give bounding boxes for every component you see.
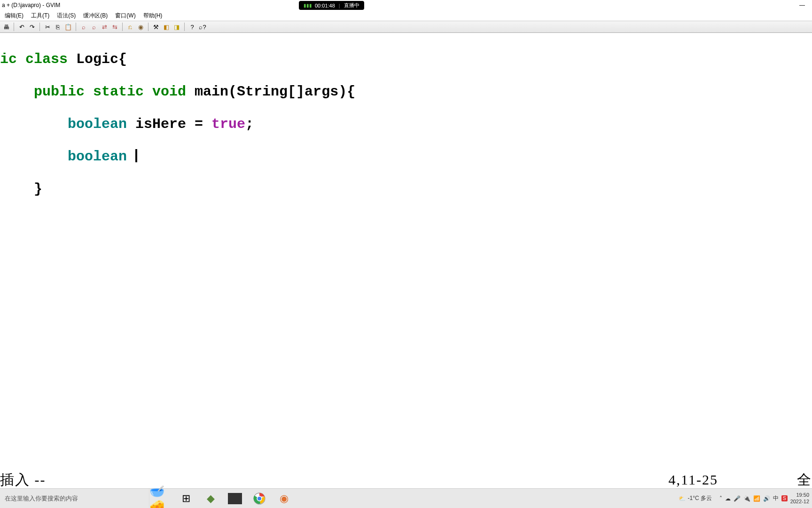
code-token: ; — [245, 116, 254, 132]
copy-icon[interactable]: ⎘ — [54, 23, 62, 31]
obs-icon[interactable]: ◉ — [272, 489, 296, 508]
separator — [76, 23, 76, 31]
code-token: isHere = — [127, 116, 211, 132]
code-token: public static void — [0, 84, 186, 100]
code-token: } — [0, 181, 42, 197]
menubar: 编辑(E) 工具(T) 语法(S) 缓冲区(B) 窗口(W) 帮助(H) — [0, 10, 812, 21]
code-token — [127, 149, 135, 165]
find-next-icon[interactable]: ⌕ — [90, 23, 98, 31]
signal-icon: ▮▮▮ — [304, 3, 312, 8]
print-icon[interactable]: 🖶 — [2, 23, 10, 31]
separator — [148, 23, 148, 31]
code-token: boolean — [0, 149, 127, 165]
shell-icon[interactable]: ◧ — [162, 23, 171, 31]
separator — [184, 23, 185, 31]
separator — [14, 23, 14, 31]
taskview-icon[interactable]: ⊞ — [174, 489, 198, 508]
clock-time: 19:50 — [790, 492, 809, 498]
stream-time: 00:01:48 — [315, 3, 335, 8]
cursor-position: 4,11-25 — [669, 472, 718, 488]
replace-icon[interactable]: ⇄ — [100, 23, 109, 31]
weather-widget[interactable]: ⛅ -1°C 多云 — [679, 494, 711, 502]
separator — [122, 23, 123, 31]
session-icon[interactable]: ⎌ — [126, 23, 134, 31]
clock-date: 2022-12 — [790, 499, 809, 505]
ime-icon[interactable]: 中 — [773, 494, 779, 502]
menu-tools[interactable]: 工具(T) — [27, 11, 53, 21]
undo-icon[interactable]: ↶ — [17, 23, 26, 31]
code-token: ic class — [0, 51, 68, 67]
titlebar: a + (D:\javapro) - GVIM — — [0, 0, 812, 10]
findhelp-icon[interactable]: ⌕? — [198, 23, 207, 31]
code-token: true — [211, 116, 245, 132]
vim-mode: 插入 -- — [0, 470, 46, 490]
clock[interactable]: 19:50 2022-12 — [790, 492, 809, 504]
editor-area[interactable]: ic class Logic{ public static void main(… — [0, 33, 812, 357]
menu-window[interactable]: 窗口(W) — [111, 11, 139, 21]
stream-label: 直播中 — [344, 2, 359, 9]
tags-icon[interactable]: ◨ — [172, 23, 181, 31]
cut-icon[interactable]: ✂ — [43, 23, 52, 31]
toolbar: 🖶 ↶ ↷ ✂ ⎘ 📋 ⌕ ⌕ ⇄ ⇆ ⎌ ◉ ⚒ ◧ ◨ ? ⌕? — [0, 21, 812, 33]
paste-icon[interactable]: 📋 — [64, 23, 72, 31]
svg-point-2 — [257, 496, 262, 501]
help-icon[interactable]: ? — [188, 23, 196, 31]
window-title: a + (D:\javapro) - GVIM — [2, 2, 60, 8]
sogou-icon[interactable]: S — [781, 495, 788, 501]
cortana-icon[interactable]: 🥣🧀 — [149, 489, 174, 508]
weather-icon: ⛅ — [679, 495, 686, 502]
weather-text: -1°C 多云 — [687, 494, 711, 502]
make-icon[interactable]: ⚒ — [152, 23, 160, 31]
code-token: boolean — [0, 116, 127, 132]
taskbar: 在这里输入你要搜索的内容 🥣🧀 ⊞ ◆ ◉ ⛅ -1°C 多云 ˄ ☁ 🎤 🔌 … — [0, 488, 812, 508]
system-tray: ⛅ -1°C 多云 ˄ ☁ 🎤 🔌 📶 🔊 中 S 19:50 2022-12 — [679, 489, 812, 508]
menu-buffers[interactable]: 缓冲区(B) — [79, 11, 111, 21]
stream-badge: ▮▮▮ 00:01:48 | 直播中 — [299, 1, 364, 10]
volume-icon[interactable]: 🔊 — [763, 495, 770, 502]
taskbar-search[interactable]: 在这里输入你要搜索的内容 — [0, 489, 149, 508]
onedrive-icon[interactable]: ☁ — [725, 495, 731, 502]
power-icon[interactable]: 🔌 — [743, 495, 750, 502]
menu-help[interactable]: 帮助(H) — [140, 11, 166, 21]
file-extent: 全 — [797, 470, 811, 490]
runscript-icon[interactable]: ◉ — [136, 23, 145, 31]
search-placeholder: 在这里输入你要搜索的内容 — [5, 494, 78, 503]
menu-edit[interactable]: 编辑(E) — [1, 11, 27, 21]
terminal-icon[interactable] — [228, 493, 242, 504]
replace-all-icon[interactable]: ⇆ — [110, 23, 119, 31]
redo-icon[interactable]: ↷ — [28, 23, 36, 31]
find-icon[interactable]: ⌕ — [79, 23, 88, 31]
code-token: main(String[]args){ — [186, 84, 355, 100]
mic-icon[interactable]: 🎤 — [734, 495, 741, 502]
text-cursor — [135, 149, 137, 162]
app-icon[interactable]: ◆ — [198, 489, 223, 508]
minimize-button[interactable]: — — [799, 2, 805, 8]
chrome-icon[interactable] — [247, 489, 272, 508]
chevron-up-icon[interactable]: ˄ — [719, 495, 722, 502]
status-line: 插入 -- 4,11-25 全 — [0, 471, 812, 488]
wifi-icon[interactable]: 📶 — [753, 495, 760, 502]
separator — [39, 23, 40, 31]
menu-syntax[interactable]: 语法(S) — [53, 11, 79, 21]
code-token: Logic{ — [68, 51, 127, 67]
